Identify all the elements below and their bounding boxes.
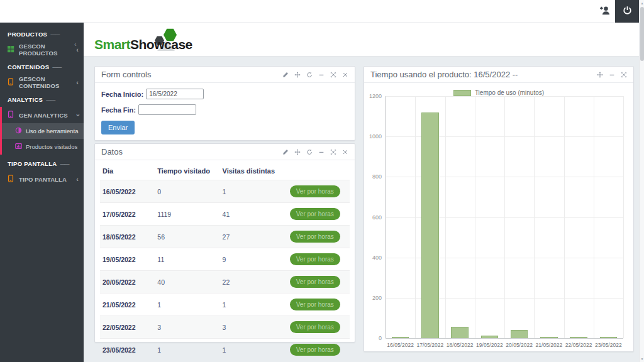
close-icon[interactable]: [342, 72, 348, 78]
sidebar-section-productos: PRODUCTOS——: [0, 25, 84, 41]
x-axis-tick-label: 16/05/2022: [386, 342, 415, 348]
move-icon[interactable]: [597, 72, 603, 78]
grid-icon: [7, 45, 14, 54]
cell-tiempo-visitado: 1: [155, 339, 219, 361]
power-icon: [623, 6, 632, 18]
chart-panel: Tiempo usando el producto: 16/5/2022 -- …: [364, 66, 634, 352]
enviar-button[interactable]: Enviar: [101, 121, 135, 134]
section-dashes: ——: [60, 161, 69, 167]
ver-por-horas-button[interactable]: Ver por horas: [290, 253, 340, 265]
add-user-button[interactable]: [594, 0, 615, 23]
expand-icon[interactable]: [330, 72, 336, 78]
move-icon[interactable]: [294, 72, 301, 78]
datos-table: DiaTiempo visitadoVisitas distintas 16/0…: [100, 162, 350, 361]
fecha-fin-input[interactable]: [138, 104, 196, 115]
sidebar-item-label: GESCON CONTENIDOS: [19, 75, 72, 89]
y-axis-tick-label: 0: [364, 335, 382, 341]
move-icon[interactable]: [294, 149, 301, 155]
cell-visitas-distintas: 41: [220, 203, 287, 226]
fecha-inicio-input[interactable]: [146, 89, 204, 99]
cell-visitas-distintas: 1: [220, 180, 287, 203]
bar-19-05-2022[interactable]: [481, 336, 498, 338]
cell-tiempo-visitado: 11: [155, 248, 219, 271]
x-gridline: [564, 96, 565, 338]
x-gridline: [594, 96, 594, 338]
sidebar-item-gen-analytics[interactable]: GEN ANALYTICS‹: [0, 107, 84, 123]
header-band: SmartShowcase: [84, 23, 639, 57]
ver-por-horas-button[interactable]: Ver por horas: [290, 276, 340, 288]
sidebar-collapse-toggle[interactable]: ‹: [74, 40, 77, 48]
chevron-left-icon: ‹: [76, 176, 79, 182]
form-panel-title: Form controls: [101, 70, 151, 79]
refresh-icon[interactable]: [306, 72, 313, 78]
cell-tiempo-visitado: 40: [155, 271, 219, 293]
sidebar-item-uso-de-herramienta[interactable]: Uso de herramienta: [0, 123, 84, 139]
minimize-icon[interactable]: [609, 72, 615, 78]
ver-por-horas-button[interactable]: Ver por horas: [290, 208, 340, 220]
close-icon[interactable]: [342, 149, 348, 155]
edit-icon[interactable]: [282, 72, 289, 78]
cell-tiempo-visitado: 1: [155, 293, 219, 316]
table-row: 23/05/202211Ver por horas: [100, 339, 350, 361]
y-axis-tick-label: 800: [364, 173, 382, 180]
table-row: 17/05/2022111941Ver por horas: [100, 203, 350, 226]
ver-por-horas-button[interactable]: Ver por horas: [290, 231, 340, 243]
bar-21-05-2022[interactable]: [540, 337, 557, 338]
y-axis-tick-label: 1200: [364, 93, 382, 99]
minimize-icon[interactable]: [318, 72, 325, 78]
expand-icon[interactable]: [621, 72, 627, 78]
tablet-icon: [7, 111, 14, 119]
chart-plot: 02004006008001000120016/05/202217/05/202…: [386, 96, 623, 338]
table-row: 21/05/202211Ver por horas: [100, 293, 350, 316]
brand-showcase: Showcase: [130, 37, 192, 52]
scrollbar-thumb[interactable]: [640, 7, 644, 61]
bar-18-05-2022[interactable]: [451, 327, 468, 338]
cell-visitas-distintas: 9: [220, 248, 287, 271]
chevron-down-icon: ‹: [74, 114, 80, 116]
bar-20-05-2022[interactable]: [511, 330, 528, 338]
form-controls-panel: Form controls Fecha Inicio: Fecha Fin: E…: [94, 66, 355, 141]
ver-por-horas-button[interactable]: Ver por horas: [290, 185, 340, 197]
bar-23-05-2022[interactable]: [600, 337, 617, 338]
sidebar-item-tipo-pantalla[interactable]: TIPO PANTALLA‹: [0, 171, 84, 187]
power-button[interactable]: [615, 0, 639, 23]
ver-por-horas-button[interactable]: Ver por horas: [290, 344, 340, 356]
top-bar: [0, 0, 639, 23]
bar-17-05-2022[interactable]: [421, 112, 438, 338]
datos-panel: Datos DiaTiempo visitadoVisitas distinta…: [94, 143, 355, 343]
fecha-fin-label: Fecha Fin:: [101, 106, 136, 114]
bar-22-05-2022[interactable]: [570, 337, 587, 338]
bar-16-05-2022[interactable]: [392, 337, 409, 338]
brand-smart: Smart: [94, 37, 130, 52]
table-row: 22/05/202233Ver por horas: [100, 316, 350, 339]
cell-visitas-distintas: 1: [220, 339, 287, 361]
refresh-icon[interactable]: [306, 149, 313, 155]
cell-visitas-distintas: 3: [220, 316, 287, 339]
sidebar-item-gescon-productos[interactable]: GESCON PRODUCTOS‹: [0, 41, 84, 58]
fecha-inicio-label: Fecha Inicio:: [101, 90, 143, 98]
cell-tiempo-visitado: 1119: [155, 203, 219, 226]
cell-dia: 20/05/2022: [100, 271, 155, 293]
minimize-icon[interactable]: [318, 149, 325, 155]
x-gridline: [445, 96, 446, 338]
x-axis-tick-label: 23/05/2022: [594, 342, 623, 348]
sidebar-item-productos-visitados[interactable]: Productos visitados: [0, 139, 84, 155]
x-axis-tick-label: 17/05/2022: [415, 342, 445, 348]
section-dashes: ——: [50, 31, 59, 37]
y-axis-tick-label: 1000: [364, 133, 382, 140]
add-user-icon: [599, 5, 610, 18]
page-scrollbar[interactable]: ▲ ▼: [639, 0, 644, 362]
section-dashes: ——: [46, 97, 55, 102]
scroll-up-arrow-icon[interactable]: ▲: [640, 0, 644, 6]
sidebar-item-label: TIPO PANTALLA: [19, 176, 67, 183]
edit-icon[interactable]: [282, 149, 289, 155]
x-axis-tick-label: 21/05/2022: [534, 342, 564, 348]
ver-por-horas-button[interactable]: Ver por horas: [290, 299, 340, 310]
cell-tiempo-visitado: 0: [155, 180, 219, 203]
legend-label: Tiempo de uso (minutos): [475, 89, 544, 96]
scroll-down-arrow-icon[interactable]: ▼: [640, 356, 644, 362]
sidebar-item-gescon-contenidos[interactable]: GESCON CONTENIDOS‹: [0, 74, 84, 90]
sidebar-item-label: Uso de herramienta: [26, 128, 78, 134]
expand-icon[interactable]: [330, 149, 336, 155]
ver-por-horas-button[interactable]: Ver por horas: [290, 321, 340, 333]
